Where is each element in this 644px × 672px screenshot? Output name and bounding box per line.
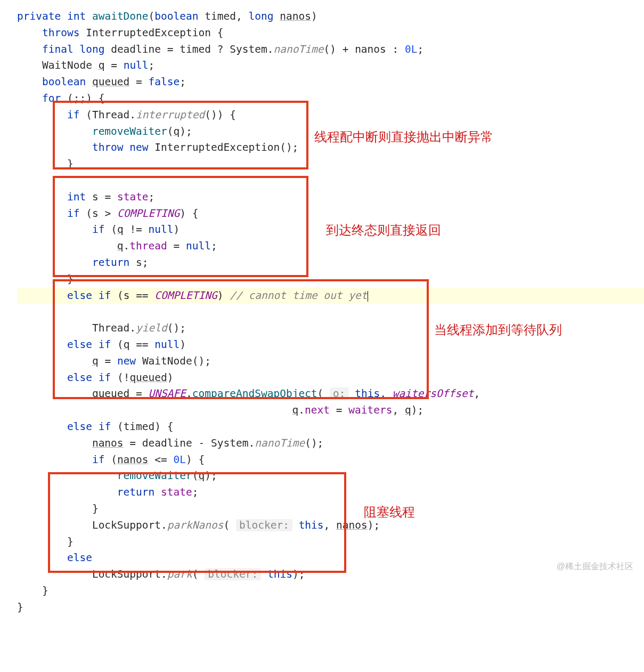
call-removewaiter: removeWaiter [117, 469, 192, 482]
kw-throws: throws [42, 27, 79, 39]
kw-this: this [355, 387, 380, 400]
kw-if: if [67, 207, 79, 220]
kw-if: if [67, 109, 79, 121]
kw-else: else [67, 420, 92, 433]
kw-boolean: boolean [154, 10, 198, 22]
kw-this: this [267, 568, 292, 580]
call-interrupted: interrupted [136, 109, 205, 121]
kw-return: return [117, 486, 154, 498]
call-park: park [167, 568, 192, 580]
kw-if: if [99, 289, 111, 302]
call-yield: yield [136, 322, 167, 334]
field-state: state [117, 191, 149, 203]
field-state: state [161, 486, 192, 498]
kw-private: private [17, 10, 61, 22]
kw-if: if [99, 338, 111, 351]
kw-false: false [149, 76, 180, 88]
kw-for: for [42, 92, 61, 104]
field-unsafe: UNSAFE [149, 387, 186, 400]
const-completing: COMPLETING [117, 207, 180, 220]
call-nanotime: nanoTime [255, 437, 305, 449]
text-cursor [368, 291, 368, 302]
param-hint: o: [330, 387, 348, 400]
kw-long: long [248, 10, 273, 22]
kw-if: if [99, 371, 111, 384]
kw-int: int [67, 191, 86, 203]
param-hint: blocker: [236, 519, 292, 531]
const-completing: COMPLETING [154, 289, 217, 302]
kw-if: if [99, 420, 111, 433]
code-block: private int awaitDone(boolean timed, lon… [17, 9, 644, 616]
kw-else: else [67, 338, 92, 351]
kw-else: else [67, 552, 92, 564]
field-thread: thread [129, 240, 167, 252]
field-next: next [305, 404, 330, 416]
kw-new: new [117, 355, 136, 367]
kw-null: null [124, 59, 149, 71]
kw-null: null [149, 223, 174, 236]
kw-if: if [92, 454, 104, 466]
method-name: awaitDone [92, 10, 149, 22]
call-parknanos: parkNanos [167, 519, 224, 531]
kw-this: this [299, 519, 324, 531]
kw-else: else [67, 371, 92, 384]
annotation-1: 线程配中断则直接抛出中断异常 [314, 127, 493, 147]
kw-boolean: boolean [42, 76, 86, 88]
annotation-4: 阻塞线程 [364, 502, 415, 522]
kw-if: if [92, 223, 104, 236]
kw-int: int [67, 10, 86, 22]
kw-new: new [129, 141, 148, 153]
kw-throw: throw [92, 141, 124, 153]
call-cas: compareAndSwapObject [192, 387, 317, 400]
annotation-2: 到达终态则直接返回 [326, 220, 441, 240]
kw-else: else [67, 289, 92, 302]
kw-null: null [154, 338, 180, 351]
call-nanotime: nanoTime [273, 43, 323, 55]
kw-final: final [42, 43, 74, 55]
field-waiters: waiters [348, 404, 392, 416]
watermark: @稀土掘金技术社区 [557, 560, 633, 573]
annotation-3: 当线程添加到等待队列 [434, 320, 562, 340]
field-waitersoffset: waitersOffset [393, 387, 474, 400]
kw-return: return [92, 256, 129, 269]
literal-zero: 0L [174, 454, 186, 466]
kw-null: null [186, 240, 211, 252]
kw-long: long [79, 43, 104, 55]
literal-zero: 0L [405, 43, 417, 55]
param-hint: blocker: [205, 568, 261, 580]
call-removewaiter: removeWaiter [92, 125, 167, 137]
comment: // cannot time out yet [230, 289, 367, 302]
